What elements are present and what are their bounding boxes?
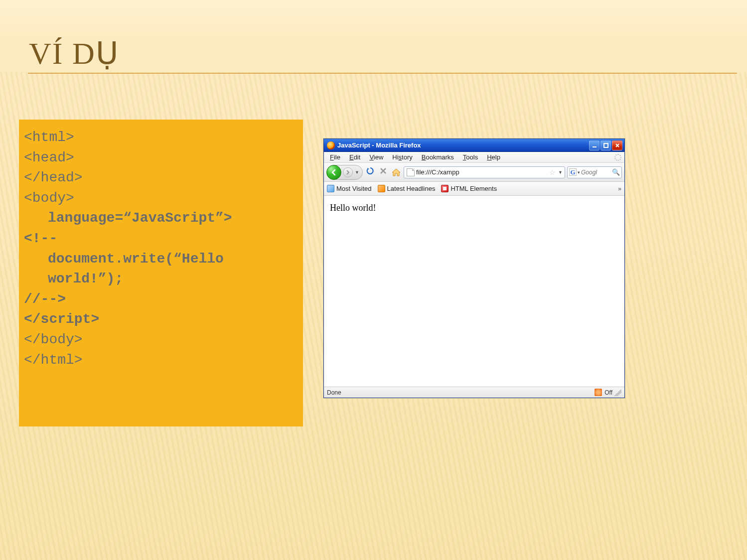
rss-icon — [378, 185, 385, 192]
code-line: </html> — [24, 350, 298, 371]
activity-indicator-icon — [613, 153, 622, 162]
menu-help[interactable]: Help — [483, 153, 504, 161]
search-engine-dropdown[interactable]: ▾ — [577, 170, 581, 175]
window-buttons — [589, 140, 622, 150]
code-line: //--> — [24, 289, 298, 310]
firefox-icon — [327, 141, 335, 149]
code-line: document.write(“Hello world!”); — [24, 249, 298, 289]
code-line: <!-- — [24, 229, 298, 249]
firefox-window: JavaScript - Mozilla Firefox File Edit V… — [323, 139, 625, 398]
menu-bookmarks[interactable]: Bookmarks — [418, 153, 458, 161]
code-line: language=“JavaScript”> — [24, 208, 298, 229]
status-addon-icon[interactable] — [595, 389, 602, 396]
reload-button[interactable] — [365, 166, 376, 178]
bookmarks-toolbar: Most Visited Latest Headlines HTML Eleme… — [324, 182, 624, 196]
nav-back-forward-group: ▼ — [326, 165, 363, 180]
bookmark-star-icon[interactable]: ☆ — [548, 168, 557, 176]
svg-rect-0 — [593, 146, 597, 147]
search-bar[interactable]: G ▾ 🔍 — [567, 166, 622, 178]
bookmark-folder-icon — [327, 185, 334, 192]
page-output-text: Hello world! — [330, 203, 376, 213]
title-underline — [28, 73, 737, 74]
grid-icon — [441, 185, 448, 192]
menu-file[interactable]: File — [326, 153, 344, 161]
navigation-toolbar: ▼ ☆ ▼ G ▾ 🔍 — [324, 163, 624, 182]
code-line: <html> — [24, 128, 298, 148]
status-text: Done — [327, 389, 595, 396]
minimize-button[interactable] — [589, 140, 599, 150]
menu-edit[interactable]: Edit — [345, 153, 364, 161]
url-dropdown-icon[interactable]: ▼ — [557, 170, 564, 175]
bookmark-html-elements[interactable]: HTML Elements — [441, 185, 497, 192]
stop-button[interactable] — [378, 167, 389, 177]
url-bar[interactable]: ☆ ▼ — [404, 166, 565, 178]
code-line: <body> — [24, 188, 298, 209]
page-content: Hello world! — [324, 196, 624, 387]
google-icon: G — [569, 168, 577, 176]
menu-tools[interactable]: Tools — [459, 153, 482, 161]
statusbar: Done Off — [324, 387, 624, 398]
bookmark-label: Most Visited — [336, 185, 372, 192]
close-button[interactable] — [612, 140, 622, 150]
bookmark-label: HTML Elements — [450, 185, 497, 192]
overflow-chevrons-icon[interactable]: » — [618, 185, 621, 192]
code-block: <html><head></head><body>language=“JavaS… — [19, 120, 303, 426]
bookmark-most-visited[interactable]: Most Visited — [327, 185, 372, 192]
forward-button[interactable] — [343, 167, 353, 177]
code-line: </head> — [24, 168, 298, 188]
code-line: <head> — [24, 148, 298, 168]
titlebar: JavaScript - Mozilla Firefox — [324, 139, 624, 152]
menubar: File Edit View History Bookmarks Tools H… — [324, 152, 624, 163]
code-line: </body> — [24, 330, 298, 350]
bookmark-label: Latest Headlines — [387, 185, 436, 192]
resize-grip-icon[interactable] — [614, 389, 621, 396]
home-button[interactable] — [391, 168, 402, 177]
menu-view[interactable]: View — [365, 153, 387, 161]
search-icon[interactable]: 🔍 — [612, 168, 620, 176]
svg-rect-1 — [604, 143, 608, 147]
bookmark-latest-headlines[interactable]: Latest Headlines — [378, 185, 436, 192]
menu-history[interactable]: History — [388, 153, 416, 161]
slide-title: VÍ DỤ — [29, 35, 119, 71]
search-input[interactable] — [581, 169, 612, 176]
status-off-label: Off — [604, 389, 612, 396]
window-title: JavaScript - Mozilla Firefox — [337, 141, 589, 149]
maximize-button[interactable] — [600, 140, 611, 150]
page-icon — [407, 168, 415, 176]
back-button[interactable] — [326, 165, 341, 180]
nav-history-dropdown[interactable]: ▼ — [355, 170, 359, 175]
code-line: </script> — [24, 309, 298, 330]
url-input[interactable] — [416, 168, 548, 176]
